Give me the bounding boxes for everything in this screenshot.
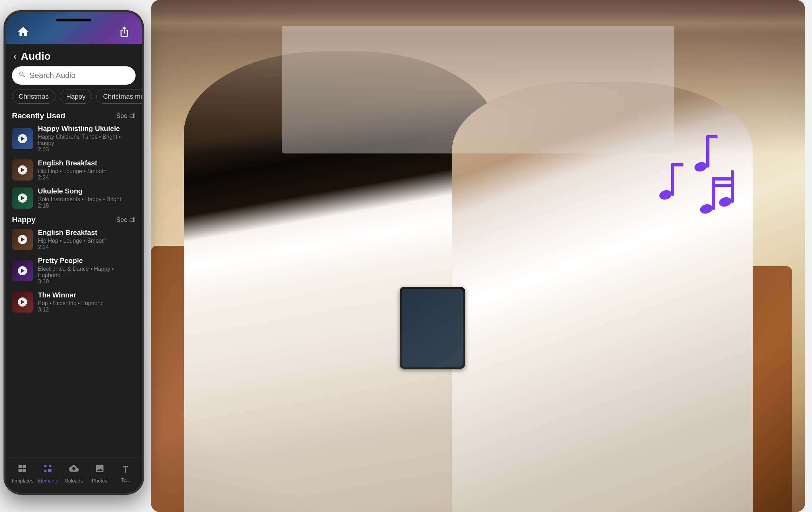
- track-item[interactable]: English Breakfast Hip Hop • Lounge • Smo…: [12, 229, 136, 250]
- nav-item-elements[interactable]: Elements: [35, 464, 60, 484]
- audio-list: Recently Used See all Happy Whistling Uk…: [6, 109, 142, 458]
- track-item[interactable]: English Breakfast Hip Hop • Lounge • Smo…: [12, 159, 136, 181]
- track-item[interactable]: Pretty People Electronica & Dance • Happ…: [12, 257, 136, 285]
- play-triangle-icon: [21, 137, 25, 141]
- tag-happy[interactable]: Happy: [60, 90, 92, 104]
- track-info: Pretty People Electronica & Dance • Happ…: [38, 257, 136, 285]
- templates-icon: [17, 464, 27, 476]
- track-item[interactable]: The Winner Pop • Eccentric • Euphoric 3:…: [12, 291, 136, 313]
- svg-rect-7: [48, 469, 52, 472]
- track-thumbnail: [12, 260, 33, 281]
- play-triangle-icon: [21, 168, 25, 172]
- search-input[interactable]: [30, 71, 129, 80]
- uploads-icon: [69, 464, 79, 476]
- track-meta: Pop • Eccentric • Euphoric: [38, 300, 136, 307]
- play-overlay: [12, 260, 33, 281]
- track-item[interactable]: Ukulele Song Solo Instruments • Happy • …: [12, 187, 136, 209]
- play-overlay: [12, 291, 33, 313]
- nav-item-photos[interactable]: Photos: [87, 464, 112, 484]
- play-button-small[interactable]: [18, 235, 27, 244]
- svg-rect-1: [22, 465, 26, 468]
- text-icon: T: [123, 464, 128, 475]
- svg-point-6: [44, 470, 47, 472]
- track-item[interactable]: Happy Whistling Ukulele Happy Childrens'…: [12, 125, 136, 153]
- play-triangle-icon: [21, 196, 25, 200]
- happy-section-title: Happy: [12, 215, 35, 224]
- phone-frame: ‹ Audio Christmas Happy Christmas music …: [4, 10, 144, 495]
- play-triangle-icon: [21, 269, 25, 273]
- play-button-small[interactable]: [18, 193, 27, 203]
- track-duration: 3:12: [38, 307, 136, 313]
- track-thumbnail: [12, 188, 33, 209]
- track-info: Happy Whistling Ukulele Happy Childrens'…: [38, 125, 136, 153]
- track-duration: 2:24: [38, 175, 136, 181]
- nav-label-text: Te...: [121, 477, 130, 483]
- track-info: Ukulele Song Solo Instruments • Happy • …: [38, 187, 136, 209]
- play-triangle-icon: [21, 300, 25, 304]
- play-overlay: [12, 159, 33, 180]
- track-name: Ukulele Song: [38, 187, 136, 195]
- audio-panel: ‹ Audio Christmas Happy Christmas music …: [6, 44, 142, 493]
- track-meta: Electronica & Dance • Happy • Euphoric: [38, 266, 136, 278]
- play-triangle-icon: [21, 237, 25, 242]
- tag-christmas[interactable]: Christmas: [12, 90, 55, 104]
- track-thumbnail: [12, 229, 33, 250]
- svg-rect-2: [18, 469, 21, 472]
- tag-christmas-music[interactable]: Christmas music: [96, 90, 142, 104]
- happy-section-header: Happy See all: [12, 215, 136, 224]
- svg-point-5: [49, 465, 52, 467]
- photo-background: [151, 0, 805, 512]
- back-button[interactable]: ‹: [13, 51, 17, 61]
- track-duration: 2:03: [38, 146, 136, 153]
- vignette: [151, 0, 805, 512]
- track-duration: 2:24: [38, 244, 136, 250]
- phone-top-bar: [6, 12, 142, 44]
- photos-icon: [95, 464, 105, 476]
- recently-used-see-all[interactable]: See all: [116, 112, 136, 120]
- track-duration: 3:39: [38, 278, 136, 285]
- play-overlay: [12, 229, 33, 250]
- track-name: The Winner: [38, 291, 136, 299]
- bottom-nav: Templates Elements: [6, 458, 142, 493]
- play-overlay: [12, 188, 33, 209]
- play-button-small[interactable]: [18, 266, 27, 275]
- happy-see-all[interactable]: See all: [116, 216, 136, 224]
- play-overlay: [12, 128, 33, 149]
- nav-label-templates: Templates: [11, 478, 33, 484]
- svg-rect-3: [22, 469, 26, 472]
- svg-rect-0: [18, 465, 21, 468]
- nav-item-uploads[interactable]: Uploads: [61, 464, 86, 484]
- recently-used-title: Recently Used: [12, 111, 65, 120]
- track-name: Happy Whistling Ukulele: [38, 125, 136, 133]
- share-icon-btn[interactable]: [117, 24, 132, 39]
- nav-item-text[interactable]: T Te...: [113, 464, 138, 483]
- play-button-small[interactable]: [18, 134, 27, 143]
- phone-container: ‹ Audio Christmas Happy Christmas music …: [0, 10, 148, 502]
- home-icon-btn[interactable]: [15, 24, 31, 39]
- phone-notch: [56, 19, 91, 21]
- track-info: English Breakfast Hip Hop • Lounge • Smo…: [38, 159, 136, 181]
- nav-label-elements: Elements: [38, 478, 58, 484]
- play-button-small[interactable]: [18, 165, 27, 175]
- track-duration: 2:18: [38, 203, 136, 209]
- track-info: The Winner Pop • Eccentric • Euphoric 3:…: [38, 291, 136, 313]
- track-meta: Hip Hop • Lounge • Smooth: [38, 238, 136, 244]
- share-icon: [119, 26, 130, 37]
- svg-point-4: [44, 465, 47, 467]
- audio-panel-title: Audio: [21, 50, 51, 62]
- track-info: English Breakfast Hip Hop • Lounge • Smo…: [38, 229, 136, 250]
- track-meta: Hip Hop • Lounge • Smooth: [38, 168, 136, 175]
- search-icon: [18, 71, 26, 80]
- nav-label-uploads: Uploads: [65, 478, 83, 484]
- nav-item-templates[interactable]: Templates: [10, 464, 34, 484]
- recently-used-header: Recently Used See all: [12, 111, 136, 120]
- search-bar[interactable]: [12, 66, 136, 85]
- photo-panel: [151, 0, 805, 512]
- track-name: English Breakfast: [38, 159, 136, 167]
- track-thumbnail: [12, 291, 33, 313]
- elements-icon: [43, 464, 53, 476]
- track-meta: Solo Instruments • Happy • Bright: [38, 196, 136, 203]
- play-button-small[interactable]: [18, 297, 27, 307]
- track-thumbnail: [12, 128, 33, 149]
- track-name: Pretty People: [38, 257, 136, 265]
